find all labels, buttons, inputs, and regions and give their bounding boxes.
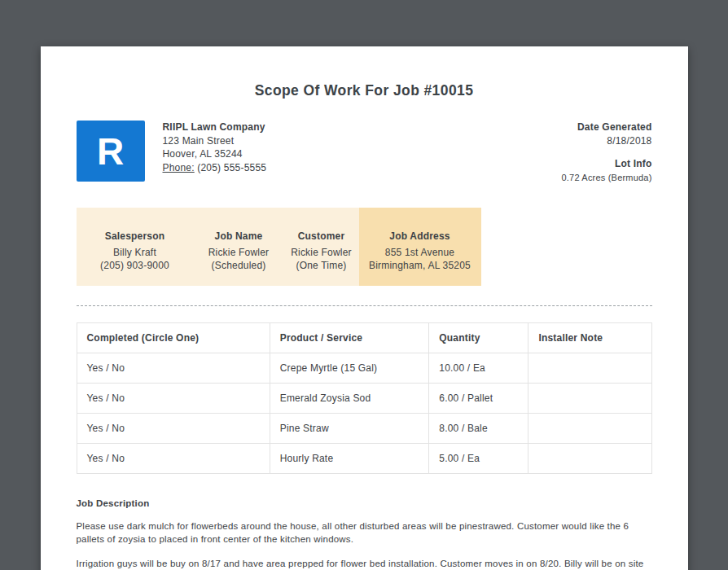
customer-name: Rickie Fowler: [284, 246, 359, 260]
customer-cell: Customer Rickie Fowler (One Time): [284, 208, 359, 286]
cell-quantity: 6.00 / Pallet: [429, 384, 528, 414]
job-address-line1: 855 1st Avenue: [359, 246, 481, 260]
salesperson-phone: (205) 903-9000: [77, 259, 194, 273]
cell-completed: Yes / No: [77, 444, 270, 474]
salesperson-name: Billy Kraft: [77, 246, 194, 260]
cell-product: Hourly Rate: [270, 444, 429, 474]
cell-installer-note: [528, 414, 651, 444]
cell-installer-note: [528, 384, 651, 414]
job-name-value: Rickie Fowler: [194, 246, 284, 260]
cell-quantity: 8.00 / Bale: [429, 414, 528, 444]
job-description-paragraph: Please use dark mulch for flowerbeds aro…: [77, 520, 652, 546]
document-page: Scope Of Work For Job #10015 R RIIPL Law…: [41, 46, 688, 570]
company-logo: R: [77, 121, 145, 182]
salesperson-cell: Salesperson Billy Kraft (205) 903-9000: [77, 208, 194, 286]
work-table: Completed (Circle One) Product / Service…: [77, 322, 652, 474]
header-quantity: Quantity: [429, 323, 528, 353]
phone-number: (205) 555-5555: [197, 162, 266, 173]
table-header-row: Completed (Circle One) Product / Service…: [77, 323, 651, 353]
header-completed: Completed (Circle One): [77, 323, 270, 353]
logo-letter-icon: R: [97, 133, 124, 170]
job-description-heading: Job Description: [77, 498, 652, 508]
table-row: Yes / No Emerald Zoysia Sod 6.00 / Palle…: [77, 384, 651, 414]
lot-info-label: Lot Info: [562, 157, 652, 171]
lot-info-value: 0.72 Acres (Bermuda): [562, 171, 652, 185]
cell-completed: Yes / No: [77, 353, 270, 384]
table-row: Yes / No Crepe Myrtle (15 Gal) 10.00 / E…: [77, 353, 651, 384]
header-installer-note: Installer Note: [528, 323, 651, 353]
customer-type: (One Time): [284, 259, 359, 273]
company-info: RIIPL Lawn Company 123 Main Street Hoove…: [163, 121, 267, 174]
dashed-separator: [77, 305, 652, 306]
date-generated-label: Date Generated: [562, 121, 652, 134]
job-address-cell: Job Address 855 1st Avenue Birmingham, A…: [359, 208, 481, 286]
document-header: R RIIPL Lawn Company 123 Main Street Hoo…: [77, 121, 652, 184]
document-title: Scope Of Work For Job #10015: [77, 82, 652, 99]
job-name-label: Job Name: [194, 230, 284, 243]
company-block: R RIIPL Lawn Company 123 Main Street Hoo…: [77, 121, 267, 182]
job-name-cell: Job Name Rickie Fowler (Scheduled): [194, 208, 284, 286]
document-meta: Date Generated 8/18/2018 Lot Info 0.72 A…: [562, 121, 652, 184]
cell-completed: Yes / No: [77, 384, 270, 414]
salesperson-label: Salesperson: [77, 230, 194, 243]
header-product-service: Product / Service: [270, 323, 429, 353]
customer-label: Customer: [284, 230, 359, 243]
phone-label: Phone:: [163, 162, 195, 173]
cell-product: Crepe Myrtle (15 Gal): [270, 353, 429, 384]
cell-product: Pine Straw: [270, 414, 429, 444]
cell-quantity: 10.00 / Ea: [429, 353, 528, 384]
cell-completed: Yes / No: [77, 414, 270, 444]
date-generated-value: 8/18/2018: [562, 134, 652, 148]
job-description-paragraph: Irrigation guys will be buy on 8/17 and …: [77, 557, 652, 570]
job-name-status: (Scheduled): [194, 259, 284, 273]
company-name: RIIPL Lawn Company: [163, 121, 267, 134]
company-phone-row: Phone: (205) 555-5555: [163, 161, 267, 175]
cell-installer-note: [528, 444, 651, 474]
cell-product: Emerald Zoysia Sod: [270, 384, 429, 414]
company-address-line1: 123 Main Street: [163, 134, 267, 148]
job-info-band: Salesperson Billy Kraft (205) 903-9000 J…: [77, 208, 481, 286]
job-address-line2: Birmingham, AL 35205: [359, 259, 481, 273]
cell-quantity: 5.00 / Ea: [429, 444, 528, 474]
table-row: Yes / No Pine Straw 8.00 / Bale: [77, 414, 651, 444]
table-row: Yes / No Hourly Rate 5.00 / Ea: [77, 444, 651, 474]
job-address-label: Job Address: [359, 230, 481, 243]
company-address-line2: Hoover, AL 35244: [163, 147, 267, 161]
cell-installer-note: [528, 353, 651, 384]
